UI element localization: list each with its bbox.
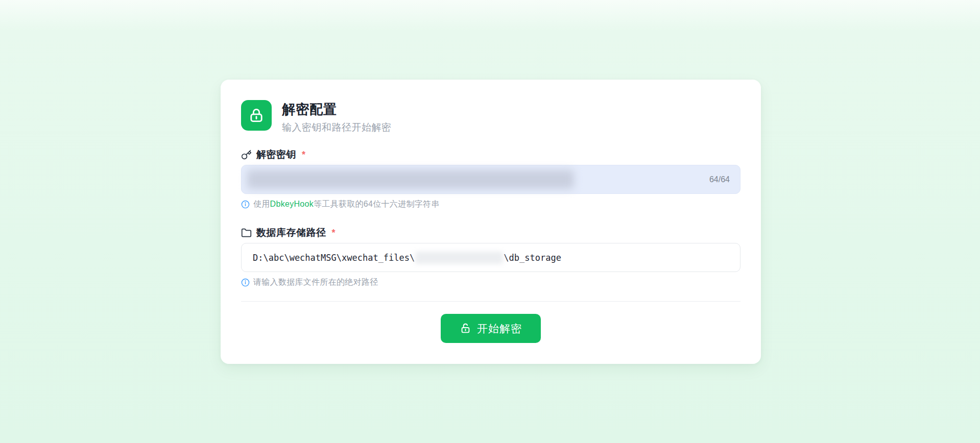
char-counter: 64/64 bbox=[709, 175, 730, 184]
page-title: 解密配置 bbox=[282, 102, 392, 117]
db-path-help-text: 请输入数据库文件所在的绝对路径 bbox=[253, 277, 378, 288]
dbkeyhook-link[interactable]: DbkeyHook bbox=[270, 200, 314, 208]
decrypt-key-redacted-value bbox=[247, 170, 574, 189]
header-texts: 解密配置 输入密钥和路径开始解密 bbox=[282, 100, 392, 134]
page-subtitle: 输入密钥和路径开始解密 bbox=[282, 121, 392, 134]
decrypt-config-card: 解密配置 输入密钥和路径开始解密 解密密钥 * 64/64 使用DbkeyHoo… bbox=[221, 80, 761, 364]
info-icon bbox=[241, 278, 250, 287]
db-path-suffix: \db_storage bbox=[504, 253, 561, 263]
db-path-input[interactable]: D:\abc\wechatMSG\xwechat_files\\db_stora… bbox=[241, 243, 740, 272]
folder-icon bbox=[241, 228, 252, 238]
db-path-redacted-segment bbox=[415, 252, 503, 264]
help-suffix: 等工具获取的64位十六进制字符串 bbox=[314, 200, 440, 208]
db-path-prefix: D:\abc\wechatMSG\xwechat_files\ bbox=[253, 253, 415, 263]
divider bbox=[241, 301, 740, 302]
start-decrypt-button[interactable]: 开始解密 bbox=[441, 314, 541, 343]
db-path-help: 请输入数据库文件所在的绝对路径 bbox=[241, 277, 378, 288]
start-decrypt-label: 开始解密 bbox=[477, 322, 522, 336]
info-icon bbox=[241, 200, 250, 209]
decrypt-key-label: 解密密钥 * bbox=[241, 148, 306, 161]
decrypt-key-help: 使用DbkeyHook等工具获取的64位十六进制字符串 bbox=[241, 199, 440, 210]
unlock-icon bbox=[460, 323, 471, 334]
db-path-label: 数据库存储路径 * bbox=[241, 226, 336, 239]
decrypt-key-label-text: 解密密钥 bbox=[256, 148, 296, 161]
required-marker: * bbox=[332, 228, 336, 238]
decrypt-key-help-text: 使用DbkeyHook等工具获取的64位十六进制字符串 bbox=[253, 199, 440, 210]
help-prefix: 使用 bbox=[253, 200, 270, 208]
db-path-label-text: 数据库存储路径 bbox=[256, 226, 326, 239]
card-header: 解密配置 输入密钥和路径开始解密 bbox=[241, 100, 392, 134]
required-marker: * bbox=[302, 150, 306, 160]
key-icon bbox=[241, 150, 252, 160]
decrypt-key-input[interactable]: 64/64 bbox=[241, 165, 740, 194]
lock-icon bbox=[241, 100, 272, 131]
